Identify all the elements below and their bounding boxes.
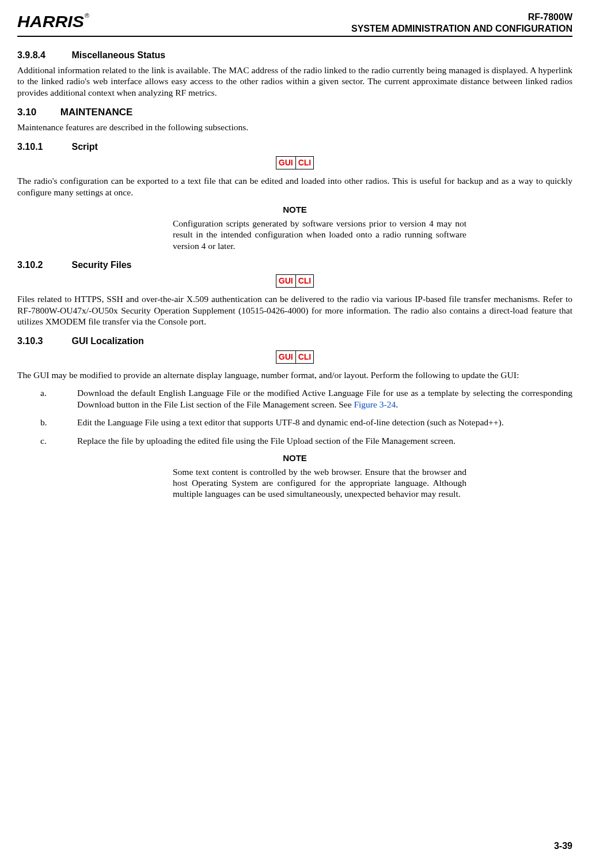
step-marker: c. — [17, 435, 77, 446]
logo-text: HARRIS — [17, 13, 84, 31]
body-3-10-3: The GUI may be modified to provide an al… — [17, 369, 572, 380]
harris-logo: HARRIS® — [17, 12, 89, 32]
heading-3-10-1: 3.10.1 Script — [17, 141, 572, 153]
gui-cli-badge: GUI CLI — [17, 156, 572, 170]
step-a-pre: Download the default English Language Fi… — [77, 388, 572, 409]
cli-label: CLI — [295, 274, 314, 288]
body-3-10-2: Files related to HTTPS, SSH and over-the… — [17, 293, 572, 327]
heading-title: MAINTENANCE — [60, 107, 133, 118]
note-body: Some text content is controlled by the w… — [173, 466, 466, 500]
heading-title: GUI Localization — [71, 336, 143, 346]
gui-label: GUI — [276, 156, 295, 169]
steps-list: a. Download the default English Language… — [17, 387, 572, 446]
step-a: a. Download the default English Language… — [17, 387, 572, 410]
registered-mark: ® — [85, 13, 89, 19]
step-content: Download the default English Language Fi… — [77, 387, 572, 410]
step-marker: a. — [17, 387, 77, 410]
header-title: SYSTEM ADMINISTRATION AND CONFIGURATION — [351, 23, 572, 35]
page-header: HARRIS® RF-7800W SYSTEM ADMINISTRATION A… — [17, 12, 572, 37]
body-3-10: Maintenance features are described in th… — [17, 122, 572, 133]
step-content: Edit the Language File using a text edit… — [77, 417, 572, 428]
step-c: c. Replace the file by uploading the edi… — [17, 435, 572, 446]
gui-cli-badge: GUI CLI — [17, 274, 572, 288]
note-body: Configuration scripts generated by softw… — [173, 218, 466, 251]
gui-label: GUI — [276, 350, 295, 364]
heading-num: 3.10.2 — [17, 259, 69, 271]
cli-label: CLI — [295, 350, 314, 364]
page-number: 3-39 — [554, 840, 572, 852]
heading-title: Miscellaneous Status — [71, 50, 165, 60]
heading-title: Script — [71, 142, 97, 152]
heading-num: 3.9.8.4 — [17, 50, 69, 61]
heading-3-10-3: 3.10.3 GUI Localization — [17, 335, 572, 347]
heading-3-10-2: 3.10.2 Security Files — [17, 259, 572, 271]
heading-3-9-8-4: 3.9.8.4 Miscellaneous Status — [17, 50, 572, 61]
heading-num: 3.10.3 — [17, 335, 69, 347]
figure-link[interactable]: Figure 3-24 — [354, 399, 396, 409]
step-marker: b. — [17, 417, 77, 428]
header-model: RF-7800W — [351, 12, 572, 23]
heading-3-10: 3.10 MAINTENANCE — [17, 106, 572, 118]
body-3-10-1: The radio's configuration can be exporte… — [17, 175, 572, 198]
step-content: Replace the file by uploading the edited… — [77, 435, 572, 446]
note-heading: NOTE — [17, 453, 572, 464]
cli-label: CLI — [295, 156, 314, 169]
step-a-post: . — [396, 399, 398, 409]
header-right: RF-7800W SYSTEM ADMINISTRATION AND CONFI… — [351, 12, 572, 35]
gui-label: GUI — [276, 274, 295, 288]
heading-num: 3.10 — [17, 106, 58, 118]
heading-num: 3.10.1 — [17, 141, 69, 153]
step-b: b. Edit the Language File using a text e… — [17, 417, 572, 428]
gui-cli-badge: GUI CLI — [17, 350, 572, 364]
note-heading: NOTE — [17, 205, 572, 216]
heading-title: Security Files — [71, 260, 131, 270]
body-3-9-8-4: Additional information related to the li… — [17, 65, 572, 98]
